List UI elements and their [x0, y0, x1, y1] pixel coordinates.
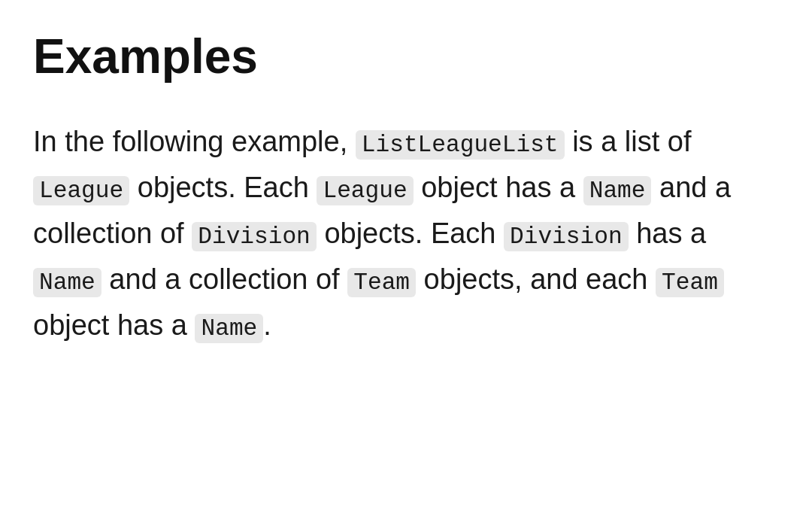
code-name-2: Name [33, 268, 102, 297]
text-10: . [263, 309, 271, 341]
code-division-2: Division [504, 222, 629, 251]
code-name-1: Name [583, 176, 652, 205]
code-team-1: Team [347, 268, 416, 297]
text-9: object has a [33, 309, 187, 341]
code-list-league-list: ListLeagueList [356, 130, 565, 160]
text-1: is a list of [572, 126, 691, 157]
code-name-3: Name [195, 314, 263, 343]
code-division-1: Division [192, 222, 317, 251]
text-2: objects. Each [138, 172, 309, 203]
text-8: objects, and each [424, 263, 648, 295]
text-intro: In the following example, [33, 126, 347, 157]
page-title: Examples [33, 30, 779, 83]
description-paragraph: In the following example, ListLeagueList… [33, 119, 779, 348]
code-league-1: League [33, 176, 129, 205]
code-league-2: League [317, 176, 413, 205]
text-5: objects. Each [324, 217, 495, 249]
code-team-2: Team [656, 268, 724, 297]
text-3: object has a [421, 172, 575, 203]
text-6: has a [636, 217, 706, 249]
text-7: and a collection of [109, 263, 339, 295]
